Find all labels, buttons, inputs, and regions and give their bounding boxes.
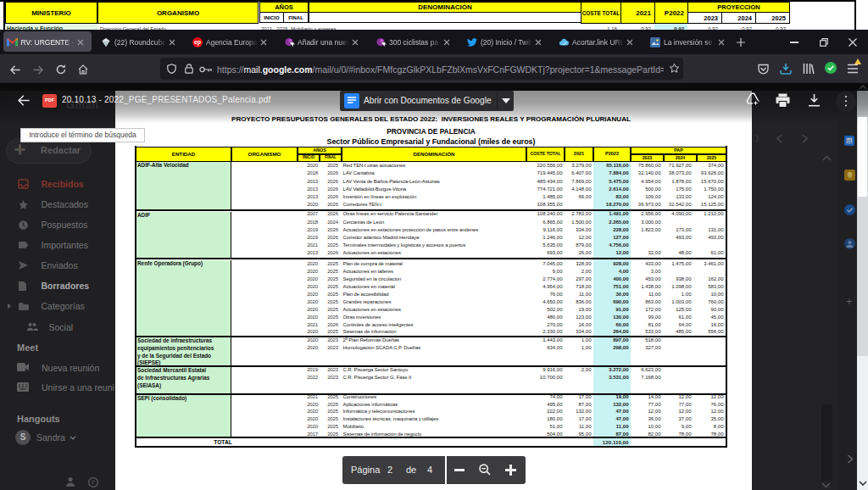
svg-text:31: 31 xyxy=(847,139,853,144)
